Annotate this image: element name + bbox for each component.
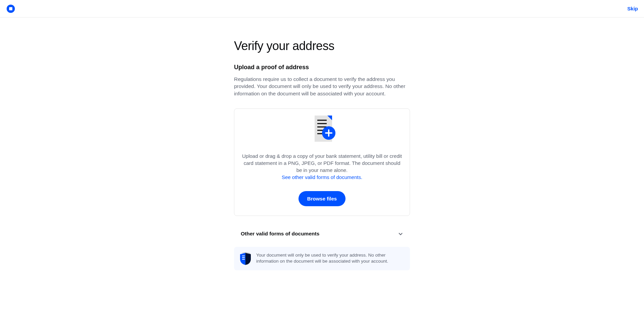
document-upload-icon: [241, 116, 403, 142]
main-content: Verify your address Upload a proof of ad…: [234, 17, 410, 270]
page-description: Regulations require us to collect a docu…: [234, 76, 410, 97]
upload-dropzone[interactable]: Upload or drag & drop a copy of your ban…: [234, 108, 410, 216]
coinbase-logo-icon: [6, 4, 15, 13]
svg-rect-12: [242, 256, 245, 256]
other-forms-accordion[interactable]: Other valid forms of documents: [234, 225, 410, 242]
app-header: Skip: [0, 0, 644, 17]
page-subtitle: Upload a proof of address: [234, 64, 410, 71]
svg-rect-1: [9, 7, 12, 10]
shield-icon: [240, 252, 251, 265]
chevron-down-icon: [398, 231, 403, 236]
svg-rect-14: [242, 259, 245, 260]
browse-files-button[interactable]: Browse files: [298, 191, 346, 206]
privacy-notice: Your document will only be used to verif…: [234, 247, 410, 270]
notice-text: Your document will only be used to verif…: [256, 252, 404, 264]
page-title: Verify your address: [234, 39, 410, 53]
svg-rect-13: [242, 257, 245, 258]
other-forms-link[interactable]: See other valid forms of documents.: [282, 174, 362, 180]
upload-instructions: Upload or drag & drop a copy of your ban…: [241, 152, 403, 174]
accordion-label: Other valid forms of documents: [241, 231, 319, 237]
skip-link[interactable]: Skip: [627, 6, 638, 11]
